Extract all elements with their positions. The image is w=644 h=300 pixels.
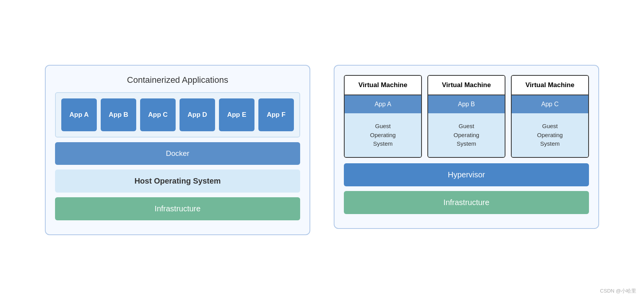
left-diagram-title: Containerized Applications bbox=[55, 75, 300, 85]
vm-row: Virtual Machine App A GuestOperatingSyst… bbox=[344, 75, 589, 158]
vm-header-1: Virtual Machine bbox=[345, 76, 421, 95]
docker-container-box: App A App B App C App D App E App F bbox=[55, 92, 300, 138]
vm-box-2: Virtual Machine App B GuestOperatingSyst… bbox=[427, 75, 505, 158]
vm-box-1: Virtual Machine App A GuestOperatingSyst… bbox=[344, 75, 422, 158]
left-diagram: Containerized Applications App A App B A… bbox=[45, 65, 310, 235]
docker-layer: Docker bbox=[55, 142, 300, 165]
vm-guest-os-2: GuestOperatingSystem bbox=[428, 113, 505, 157]
apps-row: App A App B App C App D App E App F bbox=[61, 98, 294, 131]
vm-app-1: App A bbox=[345, 95, 421, 113]
host-os-layer: Host Operating System bbox=[55, 170, 300, 193]
watermark: CSDN @小哈里 bbox=[600, 288, 636, 295]
app-box-e: App E bbox=[219, 98, 254, 131]
vm-box-3: Virtual Machine App C GuestOperatingSyst… bbox=[511, 75, 589, 158]
hypervisor-layer: Hypervisor bbox=[344, 163, 589, 186]
app-box-c: App C bbox=[140, 98, 176, 131]
vm-header-3: Virtual Machine bbox=[512, 76, 588, 95]
app-box-a: App A bbox=[61, 98, 97, 131]
app-box-b: App B bbox=[101, 98, 136, 131]
app-box-f: App F bbox=[258, 98, 294, 131]
app-box-d: App D bbox=[180, 98, 215, 131]
main-container: Containerized Applications App A App B A… bbox=[29, 49, 615, 251]
vm-guest-os-1: GuestOperatingSystem bbox=[345, 113, 421, 157]
vm-app-3: App C bbox=[512, 95, 588, 113]
right-diagram: Virtual Machine App A GuestOperatingSyst… bbox=[334, 65, 599, 229]
vm-app-2: App B bbox=[428, 95, 505, 113]
infra-layer-left: Infrastructure bbox=[55, 197, 300, 220]
vm-header-2: Virtual Machine bbox=[428, 76, 505, 95]
vm-guest-os-3: GuestOperatingSystem bbox=[512, 113, 588, 157]
infra-layer-right: Infrastructure bbox=[344, 191, 589, 214]
